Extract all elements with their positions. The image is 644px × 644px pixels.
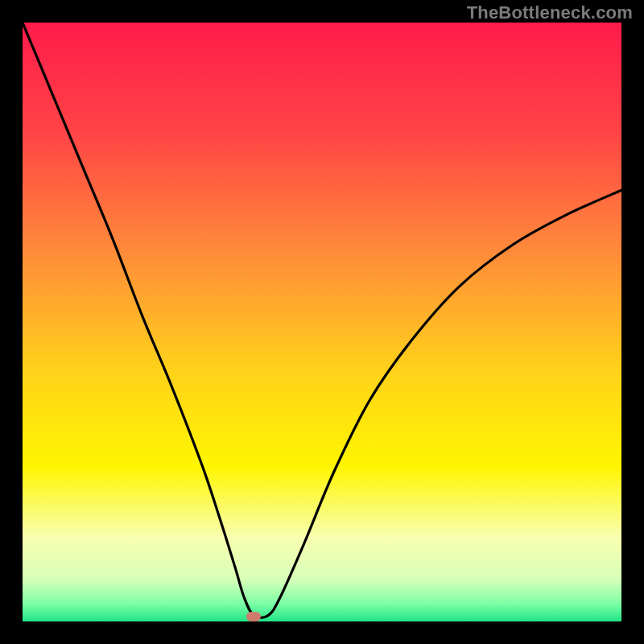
- attribution-label: TheBottleneck.com: [467, 2, 633, 23]
- plot-area: [23, 23, 621, 621]
- bottleneck-curve: [23, 23, 621, 621]
- chart-frame: TheBottleneck.com: [0, 0, 644, 644]
- curve-path: [23, 23, 621, 617]
- optimal-marker-icon: [246, 612, 261, 621]
